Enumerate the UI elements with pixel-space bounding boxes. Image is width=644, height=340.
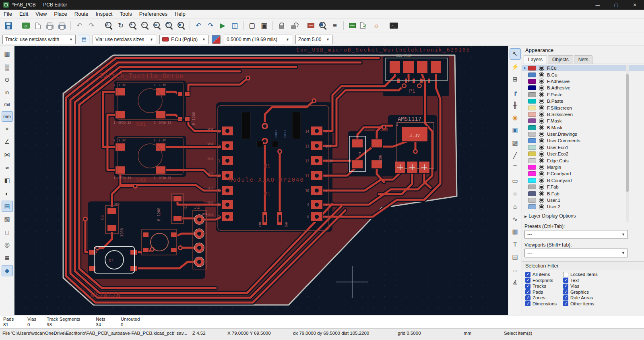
checkbox[interactable]: [525, 295, 530, 301]
via-tool[interactable]: ◉: [510, 112, 521, 123]
select-tool[interactable]: ↖: [510, 48, 521, 60]
update-pcb-button[interactable]: [346, 20, 358, 31]
layer-select[interactable]: F.Cu (PgUp)▼: [159, 35, 208, 44]
checkbox[interactable]: [563, 295, 568, 301]
layer-color-swatch[interactable]: [528, 171, 536, 176]
layer-color-swatch[interactable]: [528, 66, 536, 70]
sketch-graphics-icon[interactable]: ▧: [2, 214, 13, 225]
show-grid-icon[interactable]: ▦: [2, 48, 13, 60]
drawing-sheet-icon[interactable]: ▤: [2, 201, 13, 212]
layer-color-swatch[interactable]: [528, 118, 536, 123]
redo-button[interactable]: ↷: [85, 20, 97, 31]
add-text-tool[interactable]: T: [510, 239, 521, 250]
find-button[interactable]: A: [103, 20, 115, 31]
grid-dots-icon[interactable]: ▒: [2, 61, 13, 73]
dimension-tool[interactable]: ↔: [510, 264, 521, 276]
visibility-eye-icon[interactable]: [539, 132, 544, 137]
menu-view[interactable]: View: [32, 10, 50, 18]
visibility-eye-icon[interactable]: [539, 72, 544, 77]
menu-place[interactable]: Place: [50, 10, 71, 18]
plot-button[interactable]: [56, 20, 68, 31]
track-width-select[interactable]: Track: use netclass width▼: [2, 35, 76, 44]
visibility-eye-icon[interactable]: [539, 198, 544, 203]
layer-color-swatch[interactable]: [528, 85, 536, 90]
stackup-button[interactable]: ≡: [329, 20, 341, 31]
visibility-eye-icon[interactable]: [539, 158, 544, 163]
high-contrast-icon[interactable]: ◆: [2, 265, 13, 276]
visibility-eye-icon[interactable]: [539, 191, 544, 196]
show-ratsnest-icon[interactable]: ⋈: [2, 149, 13, 160]
footprint-browser-button[interactable]: ▦: [317, 20, 329, 31]
layer-color-swatch[interactable]: [528, 106, 536, 110]
filter-zones[interactable]: Zones: [525, 295, 560, 301]
filter-other-items[interactable]: Other items: [563, 301, 644, 306]
checkbox[interactable]: [525, 301, 530, 306]
auto-track-width-toggle[interactable]: ▤: [79, 35, 89, 44]
pcb-drawing[interactable]: Com_USB_microB_Socket_WurthElektronik_62…: [14, 46, 508, 315]
visibility-eye-icon[interactable]: [539, 145, 544, 150]
undo-button[interactable]: ↶: [73, 20, 85, 31]
filter-dimensions[interactable]: Dimensions: [525, 301, 560, 306]
layer-color-swatch[interactable]: [528, 204, 536, 209]
visibility-eye-icon[interactable]: [539, 185, 544, 190]
menu-tools[interactable]: Tools: [116, 10, 135, 18]
draw-zone-tool[interactable]: ▨: [510, 137, 521, 149]
draw-line-tool[interactable]: ╱: [510, 150, 521, 161]
visibility-eye-icon[interactable]: [539, 125, 544, 130]
measure-tool[interactable]: ∡: [510, 277, 521, 288]
visibility-eye-icon[interactable]: [539, 178, 544, 183]
curved-ratsnest-icon[interactable]: ≈: [2, 162, 13, 173]
units-mils-button[interactable]: mil: [2, 99, 13, 110]
checkbox[interactable]: [563, 284, 568, 289]
tab-layers[interactable]: Layers: [524, 55, 547, 64]
checkbox[interactable]: [563, 272, 568, 277]
checkbox[interactable]: [563, 289, 568, 294]
layer-color-swatch[interactable]: [528, 151, 536, 156]
rotate-cw-button[interactable]: ↷: [204, 20, 217, 31]
zoom-in-button[interactable]: +: [127, 20, 139, 31]
tab-nets[interactable]: Nets: [574, 55, 593, 64]
panel-scrollbar[interactable]: [626, 64, 629, 222]
polar-coordinates-icon[interactable]: ⊙: [2, 74, 13, 85]
visibility-eye-icon[interactable]: [539, 99, 544, 104]
layer-color-swatch[interactable]: [528, 178, 536, 183]
filter-vias[interactable]: Vias: [563, 284, 644, 289]
refresh-button[interactable]: ↻: [115, 20, 127, 31]
zoom-out-button[interactable]: −: [139, 20, 151, 31]
layer-color-swatch[interactable]: [528, 132, 536, 137]
scripting-console-button[interactable]: >_: [388, 20, 400, 31]
visibility-eye-icon[interactable]: [539, 138, 544, 143]
route-track-tool[interactable]: ┏: [510, 87, 521, 98]
visibility-eye-icon[interactable]: [539, 204, 544, 209]
filter-tracks[interactable]: Tracks: [525, 284, 560, 289]
visibility-eye-icon[interactable]: [539, 105, 544, 110]
inactive-layer-mode-icon[interactable]: ◐: [2, 188, 13, 199]
layer-color-swatch[interactable]: [528, 112, 536, 117]
visibility-eye-icon[interactable]: [539, 171, 544, 176]
draw-rectangle-tool[interactable]: ▭: [510, 175, 521, 187]
net-color-mode-icon[interactable]: ◧: [2, 175, 13, 186]
highlight-net-tool[interactable]: ⚡: [510, 61, 521, 73]
menu-route[interactable]: Route: [71, 10, 92, 18]
footprint-editor-button[interactable]: [305, 20, 317, 31]
filter-locked-items[interactable]: Locked items: [563, 272, 644, 277]
layer-color-swatch[interactable]: [528, 138, 536, 143]
visibility-eye-icon[interactable]: [539, 151, 544, 157]
pcb-canvas[interactable]: Com_USB_microB_Socket_WurthElektronik_62…: [14, 46, 508, 315]
layer-color-swatch[interactable]: [528, 158, 536, 163]
zoom-select[interactable]: Zoom 5.00▼: [295, 35, 332, 44]
layer-color-swatch[interactable]: [528, 99, 536, 104]
add-image-tool[interactable]: ▥: [510, 226, 521, 237]
crosshair-style-icon[interactable]: ⌖: [2, 123, 13, 135]
layer-color-swatch[interactable]: [528, 198, 536, 203]
layer-pair-icon[interactable]: [212, 35, 221, 44]
save-button[interactable]: [2, 20, 14, 31]
zoom-fit-button[interactable]: ▭: [151, 20, 163, 31]
draw-circle-tool[interactable]: ○: [510, 188, 521, 199]
layer-color-swatch[interactable]: [528, 191, 536, 196]
layer-color-swatch[interactable]: [528, 145, 536, 150]
draw-arc-tool[interactable]: ⌒: [510, 163, 521, 174]
visibility-eye-icon[interactable]: [539, 85, 544, 91]
menu-edit[interactable]: Edit: [16, 10, 32, 18]
add-text-box-tool[interactable]: ▤: [510, 251, 521, 263]
